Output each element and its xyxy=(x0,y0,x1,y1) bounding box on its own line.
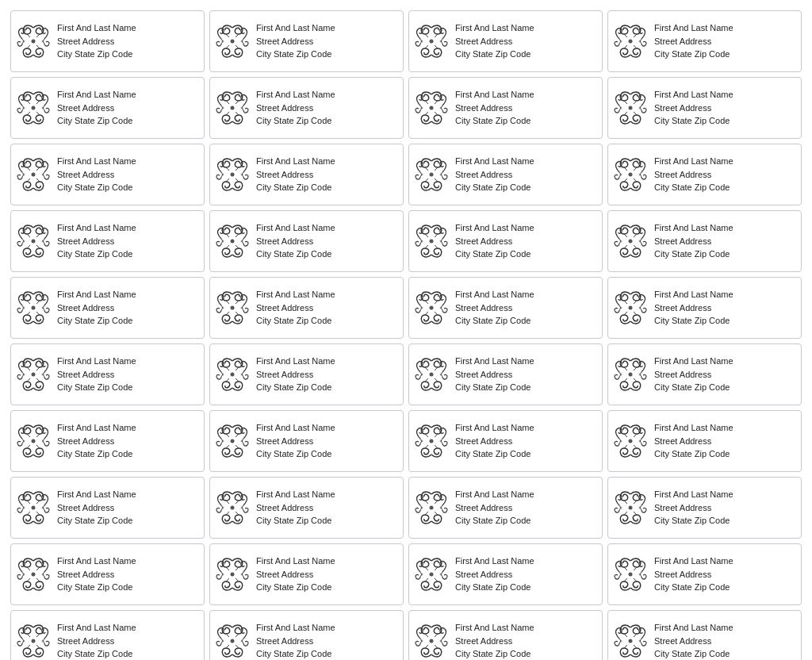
label-name: First And Last Name xyxy=(256,621,335,635)
label-text-block: First And Last NameStreet AddressCity St… xyxy=(57,155,136,194)
label-cell: First And Last NameStreet AddressCity St… xyxy=(209,144,404,205)
svg-line-170 xyxy=(624,245,627,248)
label-city-state-zip: City State Zip Code xyxy=(256,581,335,594)
label-address: Street Address xyxy=(455,301,534,315)
svg-point-22 xyxy=(430,40,434,44)
svg-line-115 xyxy=(425,178,428,182)
label-cell: First And Last NameStreet AddressCity St… xyxy=(209,10,404,72)
svg-line-302 xyxy=(624,445,627,448)
svg-line-138 xyxy=(36,245,40,248)
svg-line-58 xyxy=(226,101,229,104)
svg-line-247 xyxy=(425,378,428,382)
label-cell: First And Last NameStreet AddressCity St… xyxy=(10,277,205,339)
svg-point-385 xyxy=(629,573,633,577)
label-text-block: First And Last NameStreet AddressCity St… xyxy=(455,554,534,594)
label-city-state-zip: City State Zip Code xyxy=(654,647,733,660)
label-address: Street Address xyxy=(256,102,335,115)
svg-line-36 xyxy=(624,34,627,37)
svg-line-378 xyxy=(435,567,438,570)
svg-line-281 xyxy=(236,445,239,448)
label-cell: First And Last NameStreet AddressCity St… xyxy=(209,410,404,472)
svg-line-236 xyxy=(226,378,229,382)
svg-line-6 xyxy=(36,45,40,48)
svg-line-424 xyxy=(435,645,438,648)
svg-point-66 xyxy=(430,106,434,110)
label-name: First And Last Name xyxy=(455,88,534,102)
label-address: Street Address xyxy=(455,635,534,648)
label-cell: First And Last NameStreet AddressCity St… xyxy=(408,343,603,405)
svg-point-308 xyxy=(32,506,36,510)
svg-line-225 xyxy=(27,378,30,382)
label-cell: First And Last NameStreet AddressCity St… xyxy=(408,144,603,205)
svg-line-391 xyxy=(634,578,637,581)
decorative-flourish-icon xyxy=(215,86,250,129)
label-city-state-zip: City State Zip Code xyxy=(654,314,733,328)
label-address: Street Address xyxy=(57,235,136,248)
label-address: Street Address xyxy=(654,568,733,581)
label-text-block: First And Last NameStreet AddressCity St… xyxy=(455,21,534,61)
decorative-flourish-icon xyxy=(16,220,51,263)
svg-line-366 xyxy=(226,567,229,570)
svg-line-201 xyxy=(425,301,428,304)
label-city-state-zip: City State Zip Code xyxy=(455,514,534,528)
svg-line-226 xyxy=(36,378,40,382)
label-city-state-zip: City State Zip Code xyxy=(256,114,335,128)
label-address: Street Address xyxy=(256,635,335,648)
svg-point-253 xyxy=(629,373,633,377)
svg-point-418 xyxy=(430,639,434,643)
label-city-state-zip: City State Zip Code xyxy=(256,48,335,61)
decorative-flourish-icon xyxy=(414,286,449,329)
label-address: Street Address xyxy=(455,568,534,581)
svg-line-346 xyxy=(624,512,627,515)
svg-line-82 xyxy=(624,112,627,115)
label-cell: First And Last NameStreet AddressCity St… xyxy=(10,10,205,72)
label-cell: First And Last NameStreet AddressCity St… xyxy=(607,410,802,472)
svg-line-380 xyxy=(435,578,438,581)
svg-line-190 xyxy=(226,301,229,304)
svg-point-165 xyxy=(629,240,633,244)
decorative-flourish-icon xyxy=(613,153,648,196)
decorative-flourish-icon xyxy=(613,86,648,129)
label-cell: First And Last NameStreet AddressCity St… xyxy=(607,277,802,339)
decorative-flourish-icon xyxy=(215,553,250,596)
decorative-flourish-icon xyxy=(414,20,449,63)
svg-line-279 xyxy=(236,434,239,437)
label-name: First And Last Name xyxy=(455,155,534,168)
svg-line-38 xyxy=(624,45,627,48)
svg-line-388 xyxy=(624,567,627,570)
svg-line-113 xyxy=(425,167,428,171)
label-cell: First And Last NameStreet AddressCity St… xyxy=(607,477,802,539)
label-city-state-zip: City State Zip Code xyxy=(654,181,733,194)
svg-line-169 xyxy=(634,234,637,237)
svg-line-314 xyxy=(36,512,40,515)
svg-line-369 xyxy=(236,578,239,581)
svg-line-400 xyxy=(36,634,40,637)
label-cell: First And Last NameStreet AddressCity St… xyxy=(607,610,802,660)
svg-line-246 xyxy=(435,367,438,370)
label-address: Street Address xyxy=(654,368,733,382)
decorative-flourish-icon xyxy=(215,20,250,63)
svg-line-72 xyxy=(435,112,438,115)
decorative-flourish-icon xyxy=(414,620,449,660)
label-address: Street Address xyxy=(57,301,136,315)
decorative-flourish-icon xyxy=(215,220,250,263)
decorative-flourish-icon xyxy=(613,220,648,263)
label-text-block: First And Last NameStreet AddressCity St… xyxy=(455,88,534,128)
label-text-block: First And Last NameStreet AddressCity St… xyxy=(654,554,733,594)
label-city-state-zip: City State Zip Code xyxy=(455,314,534,328)
svg-line-14 xyxy=(226,34,229,37)
decorative-flourish-icon xyxy=(16,86,51,129)
label-cell: First And Last NameStreet AddressCity St… xyxy=(408,543,603,605)
decorative-flourish-icon xyxy=(215,620,250,660)
label-cell: First And Last NameStreet AddressCity St… xyxy=(607,10,802,72)
svg-line-411 xyxy=(236,634,239,637)
svg-point-396 xyxy=(32,639,36,643)
label-cell: First And Last NameStreet AddressCity St… xyxy=(607,343,802,405)
svg-line-94 xyxy=(36,178,40,182)
decorative-flourish-icon xyxy=(16,286,51,329)
svg-point-11 xyxy=(231,40,235,44)
svg-line-148 xyxy=(226,245,229,248)
svg-line-149 xyxy=(236,245,239,248)
svg-line-258 xyxy=(624,378,627,382)
svg-line-39 xyxy=(634,45,637,48)
